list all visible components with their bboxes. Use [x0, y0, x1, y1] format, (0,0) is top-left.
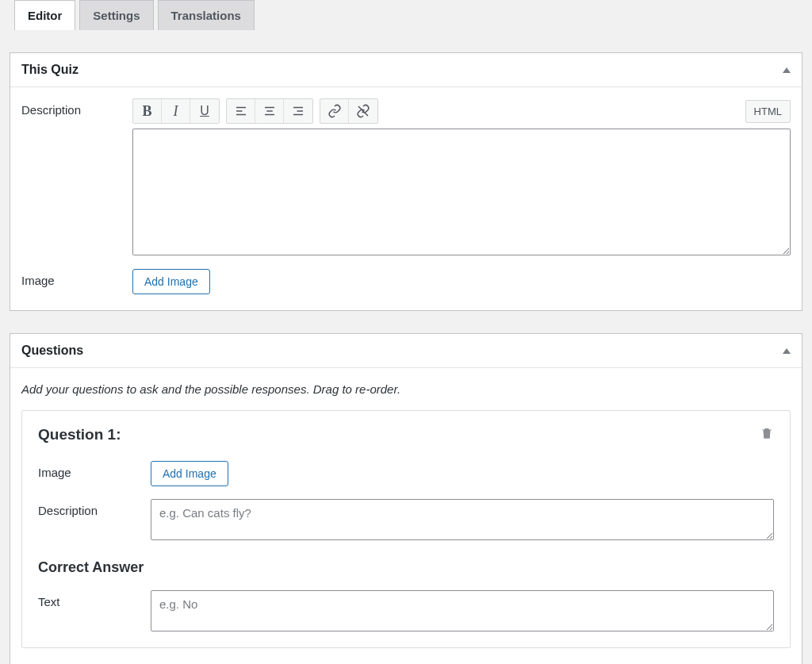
italic-icon: I [174, 103, 178, 120]
q-field-image: Image Add Image [38, 461, 774, 486]
q-field-description: Description [38, 499, 774, 540]
underline-icon: U [200, 104, 209, 118]
align-center-button[interactable] [255, 99, 284, 123]
tabs-bar: Editor Settings Translations [0, 0, 812, 30]
tab-editor[interactable]: Editor [14, 0, 75, 30]
trash-icon [760, 425, 774, 441]
panel-header-this-quiz: This Quiz [10, 53, 802, 87]
html-toggle-button[interactable]: HTML [745, 100, 791, 123]
tab-translations[interactable]: Translations [158, 0, 255, 30]
q-label-image: Image [38, 461, 151, 479]
panel-body-this-quiz: Description B I U [10, 87, 802, 310]
unlink-icon [356, 104, 370, 118]
description-editor[interactable] [132, 129, 791, 255]
q-field-text: Text [38, 590, 774, 631]
collapse-icon[interactable] [783, 67, 791, 73]
panel-questions: Questions Add your questions to ask and … [10, 333, 802, 664]
italic-button[interactable]: I [162, 99, 190, 123]
delete-question-button[interactable] [760, 425, 774, 443]
label-image: Image [21, 269, 132, 287]
collapse-icon[interactable] [783, 348, 791, 354]
question-header: Question 1: [38, 425, 774, 443]
q-label-description: Description [38, 499, 151, 517]
align-left-icon [234, 104, 248, 118]
align-left-button[interactable] [227, 99, 255, 123]
toolbar-group-link [320, 98, 378, 124]
field-row-image: Image Add Image [21, 269, 791, 294]
editor-toolbar: B I U [132, 98, 378, 124]
field-row-description: Description B I U [21, 98, 791, 258]
panel-title-questions: Questions [21, 344, 83, 358]
align-right-button[interactable] [284, 99, 312, 123]
bold-button[interactable]: B [133, 99, 162, 123]
q-text-input[interactable] [151, 590, 774, 631]
link-icon [327, 104, 342, 118]
panel-this-quiz: This Quiz Description B I U [10, 52, 802, 311]
panel-header-questions: Questions [10, 334, 802, 368]
q-add-image-button[interactable]: Add Image [151, 461, 228, 486]
tab-settings[interactable]: Settings [79, 0, 153, 30]
label-description: Description [21, 98, 132, 117]
question-card: Question 1: Image Add Image Description … [21, 410, 791, 648]
add-image-button[interactable]: Add Image [132, 269, 210, 294]
question-title: Question 1: [38, 426, 121, 443]
bold-icon: B [142, 103, 151, 120]
q-description-input[interactable] [151, 499, 774, 540]
panel-title-this-quiz: This Quiz [21, 63, 79, 77]
toolbar-group-format: B I U [132, 98, 220, 124]
align-right-icon [291, 104, 305, 118]
align-center-icon [262, 104, 277, 118]
q-label-text: Text [38, 590, 151, 608]
questions-hint: Add your questions to ask and the possib… [21, 382, 791, 396]
unlink-button[interactable] [349, 99, 377, 123]
panel-body-questions: Add your questions to ask and the possib… [10, 368, 802, 664]
correct-answer-heading: Correct Answer [38, 559, 774, 576]
toolbar-group-align [226, 98, 313, 124]
underline-button[interactable]: U [190, 99, 219, 123]
link-button[interactable] [320, 99, 349, 123]
